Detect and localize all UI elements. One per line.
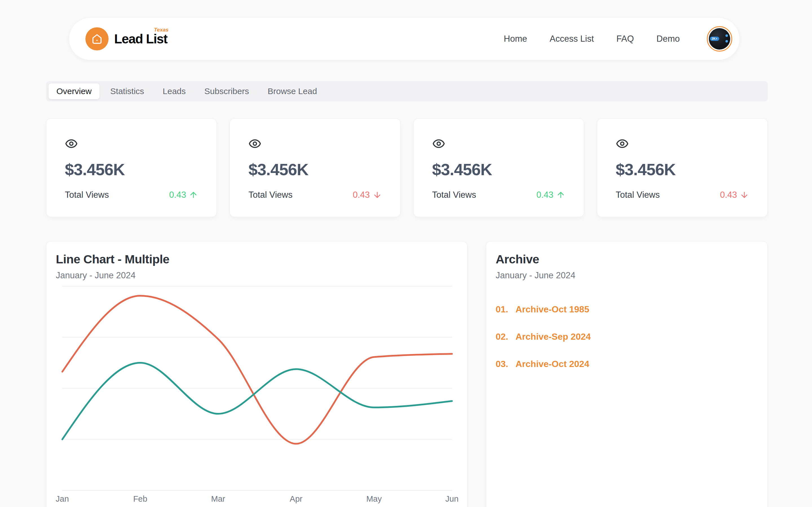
tab-statistics[interactable]: Statistics [102,83,152,100]
nav-item-home[interactable]: Home [504,34,527,44]
stats-row: $3.456K Total Views 0.43 $3.456K Total V… [46,118,768,217]
nav-item-faq[interactable]: FAQ [616,34,634,44]
stat-card-footer: Total Views 0.43 [432,190,565,200]
trend-up-icon [189,190,198,200]
archive-item-link[interactable]: Archive-Oct 1985 [515,304,589,315]
stat-value: $3.456K [248,161,382,178]
stat-card-footer: Total Views 0.43 [616,190,749,200]
x-axis-label: Mar [211,494,225,504]
stat-card: $3.456K Total Views 0.43 [597,118,768,217]
tab-bar: OverviewStatisticsLeadsSubscribersBrowse… [46,81,768,101]
page: Texas Lead List HomeAccess ListFAQDemo 2… [0,0,812,507]
archive-subtitle: January - June 2024 [496,270,758,281]
stat-delta-value: 0.43 [169,190,186,200]
main-nav: HomeAccess ListFAQDemo [504,34,680,44]
nav-item-demo[interactable]: Demo [656,34,680,44]
archive-item[interactable]: 03. Archive-Oct 2024 [496,359,758,369]
archive-card: Archive January - June 2024 01. Archive-… [486,241,768,507]
stat-delta-value: 0.43 [353,190,370,200]
tab-leads[interactable]: Leads [154,83,194,100]
stat-delta: 0.43 [536,190,565,200]
archive-title: Archive [496,252,758,266]
line-chart [62,286,452,490]
x-axis-label: Apr [290,494,303,504]
stat-card: $3.456K Total Views 0.43 [230,118,400,217]
stat-card-footer: Total Views 0.43 [248,190,382,200]
archive-list: 01. Archive-Oct 1985 02. Archive-Sep 202… [496,304,758,369]
archive-item-index: 01. [496,304,508,315]
chart-title: Line Chart - Multiple [56,252,458,266]
tab-overview[interactable]: Overview [48,83,100,100]
x-axis-label: May [366,494,382,504]
stat-delta: 0.43 [720,190,749,200]
stat-label: Total Views [248,190,292,200]
brand-logo[interactable]: Texas Lead List [86,27,167,50]
stat-label: Total Views [432,190,476,200]
header: Texas Lead List HomeAccess ListFAQDemo 2… [69,17,740,60]
stat-label: Total Views [65,190,109,200]
archive-item-index: 02. [496,332,508,342]
eye-icon [432,137,565,150]
tab-subscribers[interactable]: Subscribers [196,83,257,100]
home-logo-icon [86,27,109,50]
stat-card-footer: Total Views 0.43 [65,190,198,200]
stat-delta: 0.43 [169,190,198,200]
stat-card: $3.456K Total Views 0.43 [46,118,217,217]
archive-item[interactable]: 01. Archive-Oct 1985 [496,304,758,315]
chart-subtitle: January - June 2024 [56,270,458,281]
avatar-badge: 2K+ [710,37,719,41]
x-axis: JanFebMarAprMayJun [62,494,452,507]
eye-icon [616,137,749,150]
eye-icon [65,137,198,150]
nav-item-access-list[interactable]: Access List [550,34,594,44]
stat-value: $3.456K [65,161,198,178]
brand-name: Lead List [114,32,167,46]
stat-delta-value: 0.43 [720,190,737,200]
avatar[interactable]: 2K+ [707,26,732,52]
line-chart-svg [62,286,452,490]
line-chart-card: Line Chart - Multiple January - June 202… [46,241,467,507]
stat-delta: 0.43 [353,190,382,200]
trend-up-icon [556,190,565,200]
avatar-image: 2K+ [709,28,730,50]
avatar-detail-dot [725,40,728,43]
stat-value: $3.456K [432,161,565,178]
avatar-detail-dot [725,34,728,37]
stat-card: $3.456K Total Views 0.43 [413,118,584,217]
archive-item[interactable]: 02. Archive-Sep 2024 [496,332,758,342]
x-axis-label: Jan [56,494,69,504]
archive-item-link[interactable]: Archive-Sep 2024 [515,332,591,342]
trend-down-icon [740,190,749,200]
x-axis-label: Jun [446,494,459,504]
brand-text: Texas Lead List [114,33,167,45]
stat-label: Total Views [616,190,660,200]
stat-delta-value: 0.43 [536,190,553,200]
tab-browse-lead[interactable]: Browse Lead [259,83,325,100]
trend-down-icon [373,190,382,200]
eye-icon [248,137,382,150]
x-axis-label: Feb [133,494,147,504]
brand-region-tag: Texas [154,27,168,33]
archive-item-index: 03. [496,359,508,369]
archive-item-link[interactable]: Archive-Oct 2024 [515,359,589,369]
stat-value: $3.456K [616,161,749,178]
